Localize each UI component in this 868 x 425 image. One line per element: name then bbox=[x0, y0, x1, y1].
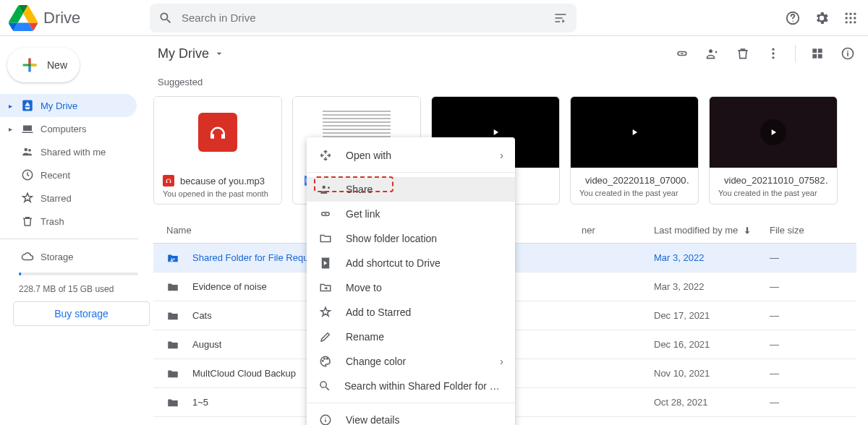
svg-rect-21 bbox=[818, 54, 822, 59]
buy-storage-button[interactable]: Buy storage bbox=[13, 301, 150, 326]
menu-add-shortcut[interactable]: Add shortcut to Drive bbox=[307, 251, 515, 275]
svg-point-1 bbox=[792, 20, 793, 21]
menu-search-within[interactable]: Search within Shared Folder for File Req… bbox=[307, 374, 515, 398]
menu-add-starred[interactable]: Add to Starred bbox=[307, 300, 515, 325]
folder-icon bbox=[319, 232, 332, 245]
grid-view-button[interactable] bbox=[809, 45, 826, 62]
sidebar-item-shared[interactable]: Shared with me bbox=[0, 140, 137, 163]
folder-icon bbox=[166, 252, 181, 265]
search-bar[interactable] bbox=[150, 4, 576, 33]
sidebar-item-trash[interactable]: Trash bbox=[0, 210, 137, 233]
cloud-icon bbox=[21, 250, 34, 263]
sidebar-item-recent[interactable]: Recent bbox=[0, 163, 137, 186]
pencil-icon bbox=[319, 330, 332, 343]
search-icon bbox=[158, 11, 173, 25]
card-video-3[interactable]: video_20211010_07582… You created in the… bbox=[709, 96, 838, 205]
search-icon bbox=[318, 379, 331, 392]
svg-point-5 bbox=[846, 17, 848, 19]
col-owner[interactable]: ner bbox=[582, 225, 654, 236]
clock-icon bbox=[21, 168, 34, 181]
context-menu: Open with› Share Get link Show folder lo… bbox=[307, 137, 515, 425]
move-icon bbox=[319, 281, 332, 294]
share-button[interactable] bbox=[704, 45, 721, 62]
headphones-icon bbox=[207, 121, 229, 143]
chevron-down-icon bbox=[213, 48, 225, 59]
file-modified: Oct 28, 2021 bbox=[654, 397, 770, 408]
svg-point-6 bbox=[849, 17, 851, 19]
svg-rect-18 bbox=[812, 48, 817, 53]
svg-point-11 bbox=[25, 148, 28, 152]
delete-button[interactable] bbox=[734, 45, 752, 62]
folder-icon bbox=[166, 280, 181, 293]
svg-point-10 bbox=[854, 21, 856, 23]
breadcrumb[interactable]: My Drive bbox=[158, 46, 225, 61]
info-icon bbox=[319, 413, 332, 425]
svg-point-32 bbox=[327, 359, 328, 360]
col-size[interactable]: File size bbox=[770, 225, 856, 236]
file-modified: Mar 3, 2022 bbox=[654, 281, 770, 292]
search-options-icon[interactable] bbox=[553, 11, 568, 25]
header: Drive bbox=[0, 0, 868, 35]
svg-point-2 bbox=[846, 12, 848, 14]
svg-point-16 bbox=[772, 52, 774, 54]
svg-point-23 bbox=[847, 51, 848, 52]
new-label: New bbox=[47, 59, 67, 71]
svg-point-34 bbox=[325, 417, 326, 418]
col-modified[interactable]: Last modified by me bbox=[654, 225, 770, 236]
menu-open-with[interactable]: Open with› bbox=[307, 143, 515, 168]
svg-point-17 bbox=[772, 56, 774, 59]
sidebar-item-my-drive[interactable]: ▸ My Drive bbox=[0, 94, 137, 117]
svg-point-7 bbox=[854, 17, 856, 19]
more-button[interactable] bbox=[765, 45, 782, 62]
link-icon bbox=[319, 207, 332, 220]
play-icon bbox=[490, 127, 501, 137]
menu-view-details[interactable]: View details bbox=[307, 408, 515, 425]
menu-change-color[interactable]: Change color› bbox=[307, 349, 515, 374]
toolbar: My Drive bbox=[153, 36, 856, 71]
laptop-icon bbox=[21, 122, 34, 135]
help-icon[interactable] bbox=[784, 9, 801, 27]
file-size: — bbox=[770, 310, 856, 321]
play-icon bbox=[629, 127, 639, 137]
search-input[interactable] bbox=[182, 12, 553, 24]
sidebar-item-storage[interactable]: Storage bbox=[0, 245, 137, 268]
svg-point-12 bbox=[28, 149, 31, 152]
sort-down-icon bbox=[742, 226, 752, 236]
svg-point-8 bbox=[846, 21, 848, 23]
menu-move-to[interactable]: Move to bbox=[307, 275, 515, 300]
menu-share[interactable]: Share bbox=[307, 177, 515, 202]
file-modified: Dec 17, 2021 bbox=[654, 310, 770, 321]
file-modified: Dec 16, 2021 bbox=[654, 339, 770, 350]
new-button[interactable]: New bbox=[7, 48, 80, 82]
menu-rename[interactable]: Rename bbox=[307, 325, 515, 349]
svg-point-28 bbox=[173, 258, 174, 259]
svg-point-27 bbox=[171, 258, 172, 259]
menu-get-link[interactable]: Get link bbox=[307, 202, 515, 226]
svg-point-9 bbox=[849, 21, 851, 23]
svg-point-31 bbox=[324, 359, 326, 360]
logo[interactable]: Drive bbox=[9, 4, 150, 33]
card-video-2[interactable]: video_20220118_07000… You created in the… bbox=[570, 96, 699, 205]
apps-icon[interactable] bbox=[842, 9, 859, 27]
drive-icon bbox=[21, 99, 34, 112]
person-add-icon bbox=[319, 183, 332, 196]
svg-point-15 bbox=[772, 48, 774, 51]
svg-rect-19 bbox=[818, 48, 822, 53]
svg-point-30 bbox=[323, 361, 324, 362]
file-modified: Nov 10, 2021 bbox=[654, 368, 770, 379]
star-icon bbox=[21, 192, 34, 205]
product-name: Drive bbox=[43, 9, 80, 27]
card-audio[interactable]: because of you.mp3 You opened in the pas… bbox=[153, 96, 282, 205]
menu-show-folder[interactable]: Show folder location bbox=[307, 226, 515, 251]
info-button[interactable] bbox=[839, 45, 856, 62]
suggested-label: Suggested bbox=[158, 77, 856, 87]
folder-icon bbox=[166, 309, 181, 322]
sidebar-item-starred[interactable]: Starred bbox=[0, 186, 137, 210]
sidebar-item-computers[interactable]: ▸ Computers bbox=[0, 117, 137, 140]
file-size: — bbox=[770, 397, 856, 408]
get-link-button[interactable] bbox=[673, 45, 691, 62]
svg-rect-20 bbox=[812, 54, 817, 59]
settings-icon[interactable] bbox=[813, 9, 830, 27]
file-size: — bbox=[770, 252, 856, 263]
folder-icon bbox=[166, 367, 181, 380]
